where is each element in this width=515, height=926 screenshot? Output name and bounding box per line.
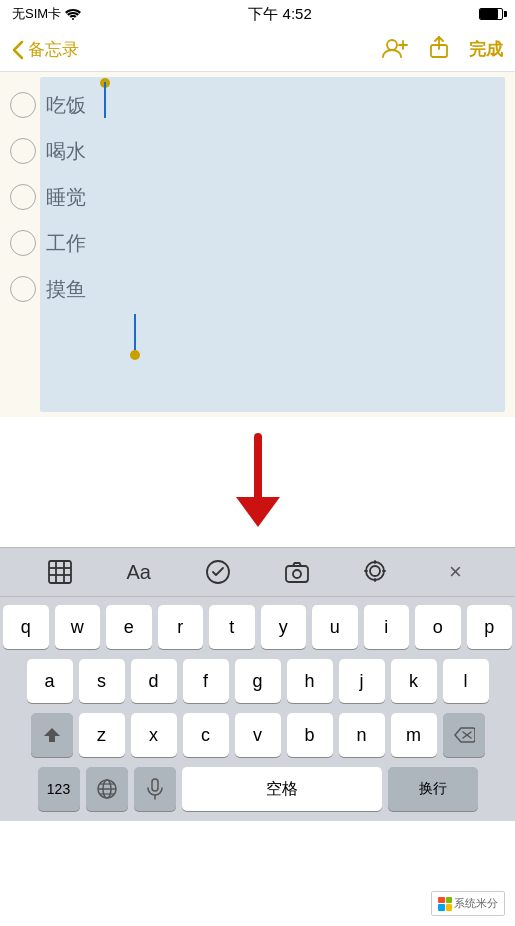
windows-logo-icon [438,897,452,911]
key-y[interactable]: y [261,605,307,649]
key-a[interactable]: a [27,659,73,703]
checkbox[interactable] [10,184,36,210]
return-key[interactable]: 换行 [388,767,478,811]
camera-icon-button[interactable] [277,552,317,592]
key-w[interactable]: w [55,605,101,649]
cursor-line-top [104,82,106,118]
selection-highlight [40,77,505,412]
table-icon-button[interactable] [40,552,80,592]
nav-actions: 完成 [381,35,503,65]
svg-point-0 [72,18,74,20]
close-icon-button[interactable]: × [435,552,475,592]
share-icon[interactable] [427,35,451,65]
keyboard-bottom-row: 123 空格 换行 [3,767,512,811]
keyboard-row-3: z x c v b n m [3,713,512,757]
done-button[interactable]: 完成 [469,38,503,61]
svg-rect-14 [286,566,308,582]
svg-rect-29 [152,779,158,791]
battery-icon [479,8,503,20]
delete-key[interactable] [443,713,485,757]
key-c[interactable]: c [183,713,229,757]
notes-lower-area [0,417,515,547]
watermark: 系统米分 [431,891,505,916]
key-k[interactable]: k [391,659,437,703]
status-bar: 无SIM卡 下午 4:52 [0,0,515,28]
key-q[interactable]: q [3,605,49,649]
svg-marker-7 [236,497,280,527]
key-g[interactable]: g [235,659,281,703]
shift-key[interactable] [31,713,73,757]
num-switch-label: 123 [47,781,70,797]
svg-point-16 [366,562,384,580]
key-v[interactable]: v [235,713,281,757]
checklist-icon-button[interactable] [198,552,238,592]
key-t[interactable]: t [209,605,255,649]
key-r[interactable]: r [158,605,204,649]
svg-point-17 [370,566,380,576]
status-carrier: 无SIM卡 [12,5,81,23]
key-u[interactable]: u [312,605,358,649]
watermark-text: 系统米分 [454,896,498,911]
checkbox[interactable] [10,92,36,118]
format-label: Aa [127,561,151,584]
space-key[interactable]: 空格 [182,767,382,811]
num-switch-key[interactable]: 123 [38,767,80,811]
red-arrow [228,432,288,532]
close-label: × [449,559,462,585]
keyboard-row-2: a s d f g h j k l [3,659,512,703]
key-s[interactable]: s [79,659,125,703]
add-contact-icon[interactable] [381,35,409,65]
key-e[interactable]: e [106,605,152,649]
svg-rect-8 [49,561,71,583]
microphone-key[interactable] [134,767,176,811]
checkbox[interactable] [10,230,36,256]
checkbox[interactable] [10,138,36,164]
key-b[interactable]: b [287,713,333,757]
checkbox[interactable] [10,276,36,302]
status-battery [479,8,503,20]
key-j[interactable]: j [339,659,385,703]
wifi-icon [65,8,81,20]
back-label: 备忘录 [28,38,79,61]
back-button[interactable]: 备忘录 [12,38,79,61]
keyboard-row-1: q w e r t y u i o p [3,605,512,649]
keyboard: q w e r t y u i o p a s d f g h j k l z … [0,597,515,821]
cursor-handle-bottom [130,350,140,360]
key-m[interactable]: m [391,713,437,757]
notes-area: 吃饭 喝水 睡觉 工作 摸鱼 [0,72,515,417]
key-l[interactable]: l [443,659,489,703]
find-icon-button[interactable] [356,552,396,592]
key-x[interactable]: x [131,713,177,757]
toolbar: Aa × [0,547,515,597]
return-label: 换行 [419,780,447,798]
key-z[interactable]: z [79,713,125,757]
key-n[interactable]: n [339,713,385,757]
nav-bar: 备忘录 完成 [0,28,515,72]
key-p[interactable]: p [467,605,513,649]
format-icon-button[interactable]: Aa [119,552,159,592]
key-h[interactable]: h [287,659,333,703]
key-d[interactable]: d [131,659,177,703]
svg-point-1 [387,40,397,50]
key-f[interactable]: f [183,659,229,703]
cursor-line-bottom [134,314,136,350]
globe-key[interactable] [86,767,128,811]
svg-point-15 [293,570,301,578]
key-o[interactable]: o [415,605,461,649]
status-time: 下午 4:52 [248,5,311,24]
key-i[interactable]: i [364,605,410,649]
space-label: 空格 [266,779,298,800]
